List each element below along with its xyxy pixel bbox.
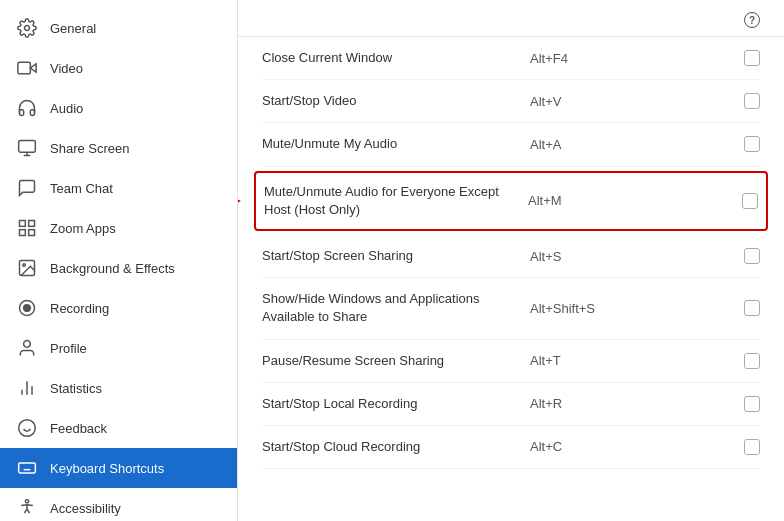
shortcut-description: Start/Stop Screen Sharing (262, 247, 530, 265)
sidebar-item-profile[interactable]: Profile (0, 328, 237, 368)
svg-rect-2 (18, 62, 30, 74)
shortcut-row-screen-sharing: Start/Stop Screen SharingAlt+S (262, 235, 760, 278)
enable-global-checkbox[interactable] (744, 50, 760, 66)
shortcut-row-show-hide-windows: Show/Hide Windows and Applications Avail… (262, 278, 760, 339)
shortcut-key: Alt+R (530, 396, 660, 411)
shortcut-description: Mute/Unmute My Audio (262, 135, 530, 153)
shortcut-key: Alt+A (530, 137, 660, 152)
svg-rect-3 (19, 141, 36, 153)
enable-global-checkbox[interactable] (744, 248, 760, 264)
shortcut-key: Alt+F4 (530, 51, 660, 66)
col-global-header: ? (660, 12, 760, 28)
shortcuts-table: Close Current WindowAlt+F4Start/Stop Vid… (238, 37, 784, 521)
video-icon (16, 57, 38, 79)
accessibility-icon (16, 497, 38, 519)
shortcut-row-mute-audio: Mute/Unmute My AudioAlt+A (262, 123, 760, 166)
svg-rect-8 (29, 230, 35, 236)
enable-global-checkbox[interactable] (744, 136, 760, 152)
chat-icon (16, 177, 38, 199)
svg-rect-21 (19, 463, 36, 473)
shortcut-row-start-stop-video: Start/Stop VideoAlt+V (262, 80, 760, 123)
shortcut-description: Show/Hide Windows and Applications Avail… (262, 290, 530, 326)
svg-point-11 (23, 264, 25, 267)
main-content: ? Close Current WindowAlt+F4Start/Stop V… (238, 0, 784, 521)
headphones-icon (16, 97, 38, 119)
sidebar-item-label: Feedback (50, 421, 107, 436)
shortcut-checkbox-container (660, 439, 760, 455)
bar-chart-icon (16, 377, 38, 399)
shortcut-checkbox-container (660, 248, 760, 264)
shortcut-key: Alt+S (530, 249, 660, 264)
svg-rect-9 (20, 230, 26, 236)
shortcut-description: Close Current Window (262, 49, 530, 67)
sidebar: GeneralVideoAudioShare ScreenTeam ChatZo… (0, 0, 238, 521)
shortcut-row-cloud-recording: Start/Stop Cloud RecordingAlt+C (262, 426, 760, 469)
svg-point-0 (25, 26, 30, 31)
sidebar-item-label: Background & Effects (50, 261, 175, 276)
shortcut-description: Start/Stop Video (262, 92, 530, 110)
shortcut-checkbox-container (658, 193, 758, 209)
shortcut-key: Alt+T (530, 353, 660, 368)
shortcut-checkbox-container (660, 50, 760, 66)
shortcut-checkbox-container (660, 396, 760, 412)
sidebar-item-share-screen[interactable]: Share Screen (0, 128, 237, 168)
shortcut-key: Alt+Shift+S (530, 301, 660, 316)
help-icon[interactable]: ? (744, 12, 760, 28)
shortcut-checkbox-container (660, 353, 760, 369)
sidebar-item-accessibility[interactable]: Accessibility (0, 488, 237, 521)
shortcut-description: Start/Stop Local Recording (262, 395, 530, 413)
shortcut-row-mute-everyone: Mute/Unmute Audio for Everyone Except Ho… (254, 171, 768, 231)
enable-global-checkbox[interactable] (744, 353, 760, 369)
smile-icon (16, 417, 38, 439)
sidebar-item-general[interactable]: General (0, 8, 237, 48)
sidebar-item-label: Recording (50, 301, 109, 316)
record-icon (16, 297, 38, 319)
sidebar-item-audio[interactable]: Audio (0, 88, 237, 128)
sidebar-item-label: Video (50, 61, 83, 76)
shortcut-row-pause-resume-sharing: Pause/Resume Screen SharingAlt+T (262, 340, 760, 383)
shortcut-description: Pause/Resume Screen Sharing (262, 352, 530, 370)
shortcut-checkbox-container (660, 136, 760, 152)
svg-point-18 (19, 420, 36, 437)
keyboard-icon (16, 457, 38, 479)
sidebar-item-statistics[interactable]: Statistics (0, 368, 237, 408)
enable-global-checkbox[interactable] (744, 396, 760, 412)
gear-icon (16, 17, 38, 39)
sidebar-item-recording[interactable]: Recording (0, 288, 237, 328)
enable-global-checkbox[interactable] (744, 439, 760, 455)
enable-global-checkbox[interactable] (742, 193, 758, 209)
sidebar-item-label: Statistics (50, 381, 102, 396)
shortcut-row-close-window: Close Current WindowAlt+F4 (262, 37, 760, 80)
sidebar-item-background-effects[interactable]: Background & Effects (0, 248, 237, 288)
svg-point-13 (24, 305, 31, 312)
grid-icon (16, 217, 38, 239)
sidebar-item-label: Team Chat (50, 181, 113, 196)
monitor-icon (16, 137, 38, 159)
image-icon (16, 257, 38, 279)
sidebar-item-label: Audio (50, 101, 83, 116)
svg-point-27 (25, 500, 28, 503)
shortcut-key: Alt+C (530, 439, 660, 454)
svg-marker-1 (30, 64, 36, 72)
enable-global-checkbox[interactable] (744, 93, 760, 109)
sidebar-item-zoom-apps[interactable]: Zoom Apps (0, 208, 237, 248)
svg-rect-7 (29, 221, 35, 227)
shortcut-checkbox-container (660, 93, 760, 109)
shortcut-checkbox-container (660, 300, 760, 316)
user-icon (16, 337, 38, 359)
sidebar-item-label: General (50, 21, 96, 36)
sidebar-item-label: Keyboard Shortcuts (50, 461, 164, 476)
sidebar-item-feedback[interactable]: Feedback (0, 408, 237, 448)
enable-global-checkbox[interactable] (744, 300, 760, 316)
annotation-arrow (238, 176, 241, 226)
sidebar-item-label: Zoom Apps (50, 221, 116, 236)
shortcut-description: Start/Stop Cloud Recording (262, 438, 530, 456)
sidebar-item-label: Profile (50, 341, 87, 356)
sidebar-item-video[interactable]: Video (0, 48, 237, 88)
shortcut-description: Mute/Unmute Audio for Everyone Except Ho… (264, 183, 528, 219)
svg-point-14 (24, 341, 31, 348)
sidebar-item-team-chat[interactable]: Team Chat (0, 168, 237, 208)
sidebar-item-keyboard-shortcuts[interactable]: Keyboard Shortcuts (0, 448, 237, 488)
sidebar-item-label: Share Screen (50, 141, 130, 156)
table-header: ? (238, 0, 784, 37)
